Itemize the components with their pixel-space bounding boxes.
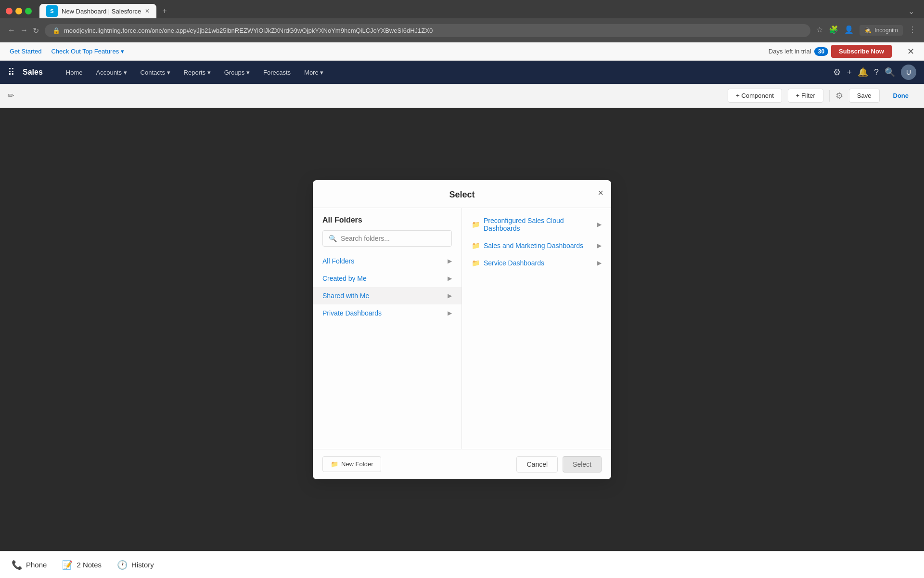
trial-banner: Get Started Check Out Top Features ▾ Day… bbox=[0, 42, 924, 61]
search-input[interactable] bbox=[341, 235, 446, 242]
cancel-button[interactable]: Cancel bbox=[516, 456, 558, 473]
history-icon: 🕐 bbox=[117, 560, 128, 570]
chevron-down-icon[interactable]: ⌄ bbox=[908, 7, 914, 16]
get-started-link[interactable]: Get Started bbox=[10, 48, 41, 55]
chevron-down-icon: ▾ bbox=[246, 69, 250, 76]
address-bar: ← → ↻ 🔒 moodjoyinc.lightning.force.com/o… bbox=[0, 18, 924, 42]
folder-icon: 📁 bbox=[472, 259, 480, 267]
folder-item[interactable]: All Folders ▶ bbox=[313, 252, 462, 270]
settings-icon[interactable]: ⚙ bbox=[835, 91, 843, 101]
search-icon[interactable]: 🔍 bbox=[885, 67, 895, 78]
nav-item-home[interactable]: Home bbox=[60, 65, 89, 80]
nav-buttons: ← → ↻ bbox=[8, 26, 39, 35]
search-wrapper[interactable]: 🔍 bbox=[322, 230, 452, 247]
trial-days: Days left in trial 30 Subscribe Now bbox=[769, 45, 892, 58]
notes-icon: 📝 bbox=[62, 560, 73, 570]
profile-icon[interactable]: 👤 bbox=[844, 25, 854, 36]
tab-close-button[interactable]: ✕ bbox=[145, 8, 150, 14]
chevron-right-icon: ▶ bbox=[597, 242, 602, 249]
traffic-lights bbox=[6, 8, 32, 14]
chevron-right-icon: ▶ bbox=[597, 221, 602, 228]
history-label: History bbox=[131, 561, 154, 569]
chevron-down-icon: ▾ bbox=[320, 69, 323, 76]
history-item[interactable]: 🕐 History bbox=[117, 560, 154, 570]
help-icon[interactable]: ? bbox=[874, 67, 879, 78]
active-tab[interactable]: S New Dashboard | Salesforce ✕ bbox=[39, 4, 156, 18]
folder-item-label: Service Dashboards bbox=[484, 259, 544, 267]
folder-item[interactable]: 📁 Sales and Marketing Dashboards ▶ bbox=[462, 237, 611, 254]
features-link[interactable]: Check Out Top Features ▾ bbox=[51, 48, 124, 55]
nav-item-forecasts[interactable]: Forecasts bbox=[257, 65, 296, 80]
extension-icon[interactable]: 🧩 bbox=[829, 25, 838, 36]
minimize-window-button[interactable] bbox=[15, 8, 22, 14]
save-button[interactable]: Save bbox=[849, 89, 880, 103]
pencil-icon[interactable]: ✏ bbox=[8, 91, 14, 100]
modal-header: Select × bbox=[313, 180, 611, 208]
salesforce-favicon: S bbox=[46, 5, 58, 17]
modal-close-button[interactable]: × bbox=[598, 188, 603, 197]
folder-item[interactable]: Private Dashboards ▶ bbox=[313, 304, 462, 322]
sf-navigation: ⠿ Sales Home Accounts ▾ Contacts ▾ Repor… bbox=[0, 61, 924, 84]
new-folder-button[interactable]: 📁 New Folder bbox=[322, 456, 381, 472]
notes-item[interactable]: 📝 2 Notes bbox=[62, 560, 102, 570]
bottom-bar: 📞 Phone 📝 2 Notes 🕐 History bbox=[0, 551, 924, 578]
reload-button[interactable]: ↻ bbox=[33, 26, 39, 35]
nav-item-groups[interactable]: Groups ▾ bbox=[218, 65, 256, 80]
select-button[interactable]: Select bbox=[563, 456, 602, 473]
lock-icon: 🔒 bbox=[52, 27, 60, 34]
tab-bar: S New Dashboard | Salesforce ✕ + ⌄ bbox=[0, 0, 924, 18]
folder-item-label: All Folders bbox=[322, 257, 354, 265]
select-modal: Select × All Folders 🔍 bbox=[313, 180, 611, 479]
chevron-down-icon: ▾ bbox=[124, 69, 127, 76]
filter-button[interactable]: + Filter bbox=[788, 89, 823, 103]
add-icon[interactable]: + bbox=[847, 67, 852, 78]
new-tab-button[interactable]: + bbox=[158, 5, 170, 17]
chevron-right-icon: ▶ bbox=[448, 258, 452, 264]
folder-item[interactable]: Shared with Me ▶ bbox=[313, 287, 462, 304]
bookmark-icon[interactable]: ☆ bbox=[816, 25, 823, 36]
folder-item[interactable]: 📁 Service Dashboards ▶ bbox=[462, 254, 611, 272]
folder-item-label: Shared with Me bbox=[322, 292, 369, 300]
component-button[interactable]: + Component bbox=[728, 89, 782, 103]
folder-item-label: Sales and Marketing Dashboards bbox=[484, 242, 583, 250]
subscribe-button[interactable]: Subscribe Now bbox=[831, 45, 892, 58]
section-title: All Folders bbox=[313, 208, 462, 230]
app-launcher-icon[interactable]: ⠿ bbox=[8, 66, 15, 78]
back-button[interactable]: ← bbox=[8, 26, 15, 35]
trial-days-badge: 30 bbox=[814, 47, 828, 56]
folder-item[interactable]: Created by Me ▶ bbox=[313, 270, 462, 287]
incognito-label: Incognito bbox=[874, 27, 898, 34]
salesforce-app: Get Started Check Out Top Features ▾ Day… bbox=[0, 42, 924, 578]
menu-icon[interactable]: ⋮ bbox=[909, 25, 916, 36]
folder-item-left: 📁 Service Dashboards bbox=[472, 259, 544, 267]
app-name[interactable]: Sales bbox=[23, 68, 43, 77]
phone-icon: 📞 bbox=[12, 560, 22, 570]
nav-item-contacts[interactable]: Contacts ▾ bbox=[135, 65, 176, 80]
left-panel: All Folders 🔍 All Folders ▶ bbox=[313, 208, 462, 449]
chevron-right-icon: ▶ bbox=[597, 260, 602, 266]
folder-item-label: Preconfigured Sales Cloud Dashboards bbox=[484, 217, 597, 232]
done-button[interactable]: Done bbox=[886, 89, 917, 102]
folder-icon: 📁 bbox=[472, 242, 480, 250]
close-window-button[interactable] bbox=[6, 8, 13, 14]
forward-button[interactable]: → bbox=[20, 26, 28, 35]
user-avatar[interactable]: U bbox=[901, 65, 916, 80]
nav-item-reports[interactable]: Reports ▾ bbox=[178, 65, 217, 80]
phone-item[interactable]: 📞 Phone bbox=[12, 560, 47, 570]
modal-footer: 📁 New Folder Cancel Select bbox=[313, 449, 611, 479]
nav-item-accounts[interactable]: Accounts ▾ bbox=[90, 65, 133, 80]
nav-item-more[interactable]: More ▾ bbox=[298, 65, 329, 80]
url-bar[interactable]: 🔒 moodjoyinc.lightning.force.com/one/one… bbox=[45, 24, 810, 37]
new-folder-label: New Folder bbox=[341, 460, 373, 468]
dashboard-toolbar: ✏ + Component + Filter ⚙ Save Done bbox=[0, 84, 924, 108]
notification-icon[interactable]: 🔔 bbox=[858, 67, 868, 78]
close-banner-button[interactable]: ✕ bbox=[907, 46, 914, 57]
browser-actions: ☆ 🧩 👤 🕵 Incognito ⋮ bbox=[816, 25, 916, 36]
maximize-window-button[interactable] bbox=[25, 8, 32, 14]
chevron-down-icon: ▾ bbox=[121, 48, 124, 55]
setup-icon[interactable]: ⚙ bbox=[833, 67, 841, 78]
nav-actions: ⚙ + 🔔 ? 🔍 U bbox=[833, 65, 916, 80]
search-icon: 🔍 bbox=[329, 235, 337, 242]
chevron-right-icon: ▶ bbox=[448, 310, 452, 316]
folder-item[interactable]: 📁 Preconfigured Sales Cloud Dashboards ▶ bbox=[462, 212, 611, 237]
